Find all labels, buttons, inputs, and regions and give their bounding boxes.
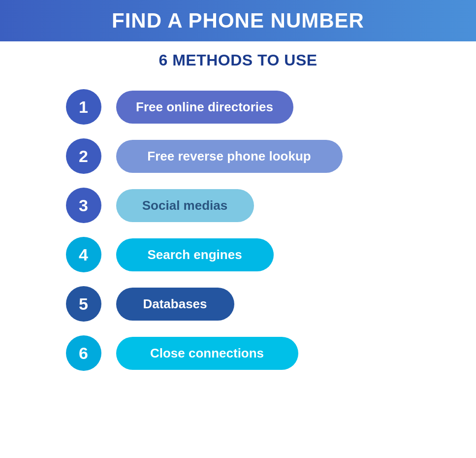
methods-list: 1 Free online directories 2 Free reverse…	[66, 89, 411, 371]
number-circle-2: 2	[66, 138, 101, 174]
method-label-2: Free reverse phone lookup	[116, 140, 343, 173]
method-label-1: Free online directories	[116, 91, 293, 124]
number-circle-4: 4	[66, 237, 101, 272]
number-circle-3: 3	[66, 188, 101, 223]
header-banner: FIND A PHONE NUMBER	[0, 0, 476, 41]
method-item-5: 5 Databases	[66, 286, 411, 322]
method-item-2: 2 Free reverse phone lookup	[66, 138, 411, 174]
number-circle-6: 6	[66, 335, 101, 371]
number-circle-1: 1	[66, 89, 101, 125]
number-circle-5: 5	[66, 286, 101, 322]
method-label-5: Databases	[116, 288, 234, 321]
subtitle: 6 METHODS TO USE	[159, 51, 317, 69]
method-item-6: 6 Close connections	[66, 335, 411, 371]
method-item-1: 1 Free online directories	[66, 89, 411, 125]
method-item-4: 4 Search engines	[66, 237, 411, 272]
method-item-3: 3 Social medias	[66, 188, 411, 223]
main-title: FIND A PHONE NUMBER	[0, 9, 476, 33]
method-label-3: Social medias	[116, 189, 254, 222]
method-label-4: Search engines	[116, 238, 274, 271]
method-label-6: Close connections	[116, 337, 298, 370]
